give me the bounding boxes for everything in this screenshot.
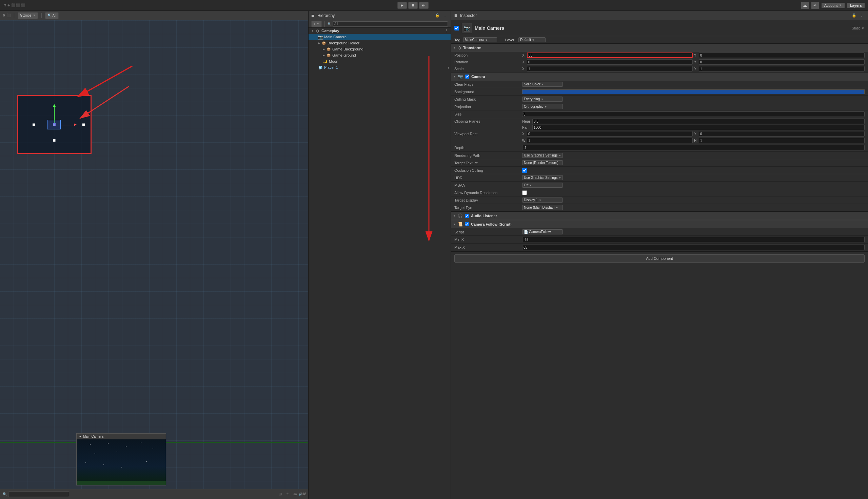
camera-follow-enabled-checkbox[interactable] [465, 222, 469, 226]
position-y-field: Y [694, 52, 865, 58]
viewport-y-input[interactable] [699, 131, 865, 136]
background-color-swatch[interactable] [522, 89, 865, 94]
position-x-input[interactable] [527, 52, 693, 58]
position-row: Position X Y [451, 52, 868, 59]
bg-holder-expand[interactable]: ▶ [318, 42, 320, 45]
audio-enabled-checkbox[interactable] [465, 214, 469, 218]
game-bg-expand[interactable]: ▶ [323, 48, 325, 51]
max-x-input[interactable] [522, 245, 865, 250]
scene-bookmark-icon[interactable]: ☆ [284, 491, 290, 497]
account-dropdown-arrow: ▼ [839, 4, 842, 7]
hierarchy-item-bg-holder[interactable]: ▶ 📦 Background Holder [309, 40, 451, 46]
camera-follow-header[interactable]: ▼ 📜 Camera Follow (Script) [451, 220, 868, 228]
hierarchy-lock-icon[interactable]: 🔒 [434, 13, 440, 19]
allow-dynamic-res-checkbox[interactable] [522, 191, 527, 195]
camera-enabled-checkbox[interactable] [465, 74, 469, 78]
audio-listener-header[interactable]: ▼ 🎧 Audio Listener [451, 212, 868, 220]
camera-expand[interactable]: ▼ [453, 75, 456, 78]
cloud-icon[interactable]: ☁ [801, 2, 809, 9]
transform-expand[interactable]: ▼ [453, 46, 456, 49]
projection-row: Projection Orthographic ▼ [451, 103, 868, 110]
viewport-w-input[interactable] [527, 138, 693, 143]
occlusion-culling-label: Occlusion Culling [454, 168, 522, 172]
pause-button[interactable]: ⏸ [408, 2, 418, 9]
gameplay-expand-arrow[interactable]: ▼ [311, 29, 314, 33]
scene-viewport[interactable]: ▼ Main Camera [0, 20, 308, 489]
step-button[interactable]: ⏭ [419, 2, 429, 9]
inspector-title: Inspector [460, 13, 477, 18]
static-dropdown[interactable]: Static ▼ [852, 26, 865, 30]
target-display-dropdown[interactable]: Display 1 ▼ [522, 197, 563, 203]
viewport-h-input[interactable] [699, 138, 865, 143]
inspector-menu-icon[interactable]: ☰ [454, 14, 457, 17]
projection-label: Projection [454, 105, 522, 109]
scale-x-input[interactable] [527, 66, 693, 72]
camera-follow-expand[interactable]: ▼ [453, 223, 456, 226]
hierarchy-item-main-camera[interactable]: 📷 Main Camera [309, 34, 451, 40]
scene-eye-icon[interactable]: 👁 [292, 491, 298, 497]
scene-bottom-bar: 🔍 ⊞ ☆ 👁 🔊 18 [0, 489, 308, 499]
gameplay-more-icon[interactable]: ⋮ [443, 28, 449, 34]
camera-preview-title: ▼ Main Camera [76, 434, 166, 439]
layers-button[interactable]: Layers [847, 3, 865, 8]
hierarchy-more-icon[interactable]: ⋮ [442, 13, 448, 19]
culling-mask-dropdown[interactable]: Everything ▼ [522, 97, 563, 102]
hierarchy-menu-icon[interactable]: ☰ [311, 13, 314, 17]
hierarchy-item-gameplay[interactable]: ▼ ⬡ Gameplay ⋮ [309, 28, 451, 34]
scene-search-input[interactable] [8, 491, 69, 497]
scale-y-input[interactable] [699, 66, 865, 72]
transform-title: Transform [463, 46, 481, 50]
rotation-x-input[interactable] [527, 59, 693, 65]
account-button[interactable]: Account ▼ [822, 3, 845, 8]
play-button[interactable]: ▶ [397, 2, 407, 9]
audio-expand[interactable]: ▼ [453, 215, 456, 218]
all-label-button[interactable]: 🔍 All [45, 12, 59, 19]
rendering-path-dropdown[interactable]: Use Graphics Settings ▼ [522, 153, 563, 158]
search-icon-hierarchy: 🔍 [328, 22, 331, 26]
toolbar-icons: ⚙ ✚ ⬛ ⬛ ⬛ [3, 3, 25, 7]
inspector-lock-icon[interactable]: 🔒 [851, 13, 857, 19]
hdr-dropdown[interactable]: Use Graphics Settings ▼ [522, 175, 563, 180]
far-input[interactable] [532, 125, 865, 130]
projection-dropdown[interactable]: Orthographic ▼ [522, 104, 563, 109]
hierarchy-search-input[interactable] [333, 21, 448, 27]
scene-count-badge: 🔊 18 [299, 491, 306, 497]
hierarchy-item-moon[interactable]: 🌙 Moon [309, 58, 451, 64]
inspector-header-icons: 🔒 ⋮ [851, 13, 865, 19]
min-x-input[interactable] [522, 237, 865, 242]
hierarchy-item-game-bg[interactable]: ▶ 📦 Game Background [309, 46, 451, 52]
tag-dropdown[interactable]: MainCamera ▼ [463, 37, 497, 42]
hierarchy-add-button[interactable]: + ▼ [311, 21, 322, 27]
position-y-input[interactable] [699, 52, 865, 58]
transform-header[interactable]: ▼ ⬡ Transform [451, 44, 868, 52]
inspector-more-icon[interactable]: ⋮ [858, 13, 865, 19]
target-eye-dropdown[interactable]: None (Main Display) ▼ [522, 205, 563, 210]
scene-layers-icon[interactable]: ⊞ [277, 491, 283, 497]
occlusion-culling-checkbox[interactable] [522, 168, 527, 173]
x-axis-label: X [522, 53, 526, 57]
game-ground-expand[interactable]: ▶ [323, 54, 325, 57]
add-component-button[interactable]: Add Component [454, 254, 865, 263]
viewport-x-input[interactable] [527, 131, 693, 136]
player1-expand-icon[interactable]: › [448, 65, 449, 70]
script-value[interactable]: 📄 CameraFollow [522, 229, 563, 234]
clear-flags-dropdown[interactable]: Solid Color ▼ [522, 82, 563, 87]
size-input[interactable] [522, 111, 865, 117]
near-input[interactable] [532, 119, 865, 124]
clear-flags-label: Clear Flags [454, 82, 522, 86]
msaa-label: MSAA [454, 183, 522, 187]
gizmos-button[interactable]: Gizmos ▼ [17, 12, 38, 19]
msaa-dropdown[interactable]: Off ▼ [522, 183, 563, 188]
hierarchy-item-player1[interactable]: 🧊 Player 1 › [309, 64, 451, 71]
target-texture-dropdown[interactable]: None (Render Texture) [522, 160, 563, 165]
scale-y-field: Y [694, 66, 865, 72]
toolbar-separator-1 [14, 13, 14, 18]
star [146, 461, 147, 462]
layer-dropdown[interactable]: Default ▼ [519, 37, 546, 42]
scene-toolbar: ✖ ⬛ Gizmos ▼ 🔍 All [0, 11, 308, 20]
rotation-y-input[interactable] [699, 59, 865, 65]
camera-header[interactable]: ▼ 📷 Camera [451, 73, 868, 81]
object-active-checkbox[interactable] [454, 26, 459, 31]
depth-input[interactable] [522, 145, 865, 150]
hierarchy-item-game-ground[interactable]: ▶ 📦 Game Ground [309, 52, 451, 58]
